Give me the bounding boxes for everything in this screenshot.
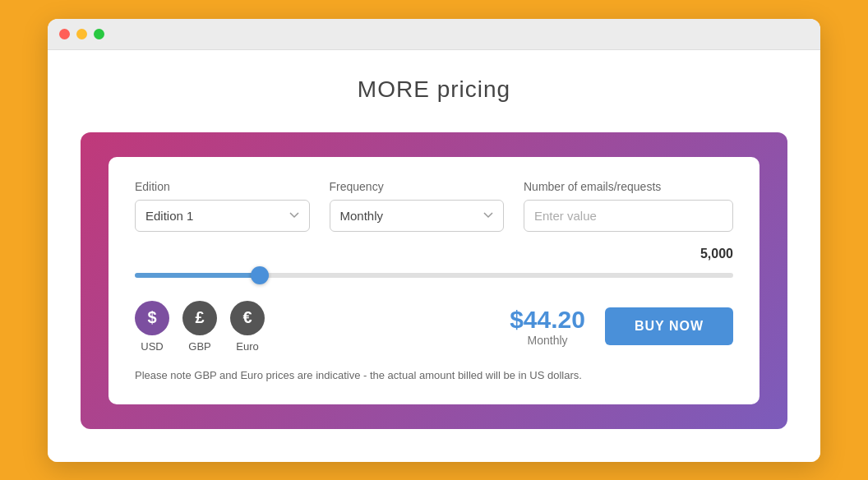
window-content: MORE pricing Edition Edition 1 Edition 2… [48, 50, 820, 462]
usd-button[interactable]: $ USD [135, 301, 169, 353]
close-button[interactable] [59, 29, 70, 39]
emails-group: Number of emails/requests [524, 180, 733, 232]
price-display: $44.20 Monthly [510, 306, 585, 347]
currency-options: $ USD £ GBP € Euro [135, 301, 265, 353]
titlebar [48, 19, 820, 50]
emails-input[interactable] [524, 200, 733, 232]
frequency-group: Frequency Monthly Annual [330, 180, 505, 232]
euro-button[interactable]: € Euro [230, 301, 265, 353]
edition-label: Edition [135, 180, 310, 193]
bottom-row: $ USD £ GBP € Euro [135, 301, 733, 353]
pricing-card-inner: Edition Edition 1 Edition 2 Edition 3 Fr… [108, 157, 760, 404]
price-period: Monthly [510, 334, 585, 347]
usd-icon: $ [135, 301, 169, 335]
frequency-label: Frequency [330, 180, 505, 193]
slider-container: 5,000 [135, 247, 733, 281]
emails-label: Number of emails/requests [524, 180, 733, 193]
app-window: MORE pricing Edition Edition 1 Edition 2… [48, 19, 820, 462]
price-amount: $44.20 [510, 306, 585, 334]
buy-now-button[interactable]: BUY NOW [605, 307, 733, 345]
disclaimer: Please note GBP and Euro prices are indi… [135, 369, 733, 381]
usd-label: USD [141, 340, 163, 353]
slider-value: 5,000 [135, 247, 733, 261]
gbp-label: GBP [188, 340, 210, 353]
edition-group: Edition Edition 1 Edition 2 Edition 3 [135, 180, 310, 232]
euro-label: Euro [236, 340, 258, 353]
emails-slider[interactable] [135, 273, 733, 278]
frequency-select[interactable]: Monthly Annual [330, 200, 505, 232]
form-row: Edition Edition 1 Edition 2 Edition 3 Fr… [135, 180, 733, 232]
edition-select[interactable]: Edition 1 Edition 2 Edition 3 [135, 200, 310, 232]
gbp-button[interactable]: £ GBP [182, 301, 217, 353]
minimize-button[interactable] [76, 29, 87, 39]
price-buy: $44.20 Monthly BUY NOW [510, 306, 733, 347]
euro-icon: € [230, 301, 265, 335]
page-title: MORE pricing [358, 76, 510, 103]
maximize-button[interactable] [94, 29, 104, 39]
pricing-card: Edition Edition 1 Edition 2 Edition 3 Fr… [81, 132, 787, 429]
gbp-icon: £ [182, 301, 217, 335]
